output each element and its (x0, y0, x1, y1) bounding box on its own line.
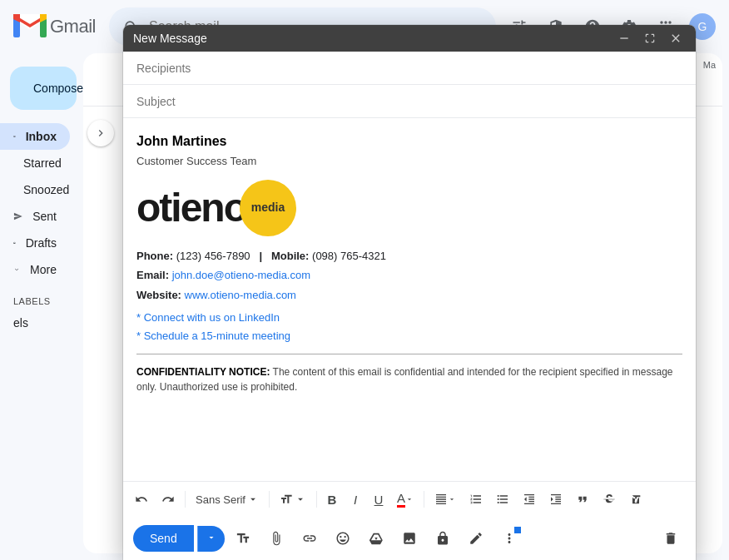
bullet-list-button[interactable] (491, 487, 514, 512)
drive-button[interactable] (361, 523, 391, 553)
sidebar-item-sent[interactable]: Sent (0, 203, 70, 230)
sidebar-item-starred[interactable]: Starred (0, 150, 70, 176)
sidebar: Compose Inbox Starred Snoozed Sent Draft… (0, 53, 83, 560)
toolbar-sep-1 (185, 491, 186, 508)
align-button[interactable] (429, 487, 461, 512)
remove-format-button[interactable] (624, 487, 647, 512)
strikethrough-button[interactable] (598, 487, 621, 512)
maximize-icon (644, 32, 656, 44)
drafts-icon (13, 235, 16, 250)
sidebar-item-snoozed[interactable]: Snoozed (0, 176, 70, 203)
more-options-button[interactable] (494, 523, 524, 553)
redo-button[interactable] (156, 487, 180, 512)
close-button[interactable] (666, 32, 686, 45)
indent-more-button[interactable] (544, 487, 568, 512)
compose-toolbar: Sans Serif B I U A (123, 481, 696, 517)
close-icon (669, 32, 682, 45)
italic-icon: I (354, 493, 357, 507)
compose-button[interactable]: Compose (10, 67, 77, 110)
sidebar-item-labels[interactable]: els (0, 310, 70, 336)
delete-button[interactable] (656, 523, 686, 553)
confidential-button[interactable] (428, 523, 458, 553)
font-size-dropdown-icon (295, 493, 306, 505)
minimize-button[interactable] (614, 32, 634, 45)
send-dropdown-icon (206, 533, 216, 543)
align-dropdown-icon (448, 495, 456, 503)
labels-header: Labels (0, 283, 83, 310)
labels-text: els (13, 316, 28, 330)
compose-header-icons (614, 32, 686, 45)
toolbar-sep-2 (269, 491, 270, 508)
sig-logo: otieno media (136, 178, 682, 238)
compose-header: New Message (123, 25, 696, 52)
sig-name: John Martines (136, 131, 682, 151)
recipients-field[interactable] (123, 52, 696, 85)
recipients-input[interactable] (136, 62, 682, 75)
sig-website: Website: www.otieno-media.com (136, 287, 682, 304)
italic-button[interactable]: I (345, 487, 365, 512)
bullet-list-icon (496, 493, 509, 506)
more-icon (13, 262, 20, 277)
sig-meeting[interactable]: * Schedule a 15-minute meeting (136, 328, 682, 344)
subject-input[interactable] (136, 95, 682, 108)
sig-divider (136, 354, 682, 354)
redo-icon (161, 493, 175, 506)
delete-icon (663, 531, 678, 546)
underline-button[interactable]: U (369, 487, 389, 512)
text-color-button[interactable]: A (392, 487, 419, 512)
compose-window: New Message John Martines Customer Succe… (123, 25, 696, 560)
sig-website-link[interactable]: www.otieno-media.com (185, 289, 296, 301)
sidebar-item-inbox[interactable]: Inbox (0, 123, 70, 150)
gmail-logo-text: Gmail (50, 16, 96, 37)
format-text-button[interactable] (228, 523, 258, 553)
undo-icon (135, 493, 148, 506)
signature: John Martines Customer Success Team otie… (136, 131, 682, 394)
sig-email-link[interactable]: john.doe@otieno-media.com (172, 269, 310, 281)
signature-button[interactable] (461, 523, 491, 553)
sig-confidential: CONFIDENTIALITY NOTICE: The content of t… (136, 364, 682, 394)
indent-less-button[interactable] (518, 487, 541, 512)
minimize-icon (617, 32, 631, 45)
bold-icon: B (328, 493, 337, 507)
strikethrough-icon (603, 493, 616, 506)
font-size-icon (280, 493, 293, 506)
link-icon (302, 531, 317, 546)
attach-button[interactable] (261, 523, 291, 553)
font-size-selector[interactable] (275, 487, 311, 512)
font-selector[interactable]: Sans Serif (191, 487, 264, 512)
text-color-dropdown-icon (405, 495, 414, 503)
lock-icon (435, 531, 450, 546)
sig-phone: Phone: (123) 456-7890 | Mobile: (098) 76… (136, 248, 682, 265)
subject-field[interactable] (123, 85, 696, 118)
sig-linkedin[interactable]: * Connect with us on LinkedIn (136, 310, 682, 326)
numbered-list-button[interactable] (464, 487, 488, 512)
font-dropdown-icon (247, 493, 259, 505)
undo-button[interactable] (130, 487, 153, 512)
link-button[interactable] (295, 523, 325, 553)
emoji-button[interactable] (328, 523, 358, 553)
send-icon (13, 209, 22, 224)
format-text-icon (236, 531, 250, 546)
gmail-logo: Gmail (13, 14, 96, 39)
send-button[interactable]: Send (133, 525, 194, 552)
send-arrow-button[interactable] (197, 526, 225, 552)
drive-icon (369, 531, 384, 546)
text-color-icon: A (397, 491, 405, 508)
toolbar-sep-3 (316, 491, 317, 508)
indent-more-icon (549, 493, 563, 506)
sidebar-item-more[interactable]: More (0, 256, 70, 283)
photo-button[interactable] (394, 523, 424, 553)
align-icon (434, 493, 448, 506)
remove-format-icon (629, 493, 642, 506)
maximize-button[interactable] (641, 32, 659, 45)
emoji-icon (335, 531, 350, 546)
sidebar-item-drafts[interactable]: Drafts (0, 230, 70, 256)
gmail-logo-icon (13, 14, 47, 39)
quote-button[interactable] (571, 487, 594, 512)
scroll-arrow[interactable] (87, 120, 114, 146)
sig-title: Customer Success Team (136, 153, 682, 170)
bold-button[interactable]: B (322, 487, 342, 512)
compose-body[interactable]: John Martines Customer Success Team otie… (123, 118, 696, 481)
sig-social: * Connect with us on LinkedIn * Schedule… (136, 310, 682, 344)
sig-email: Email: john.doe@otieno-media.com (136, 267, 682, 284)
